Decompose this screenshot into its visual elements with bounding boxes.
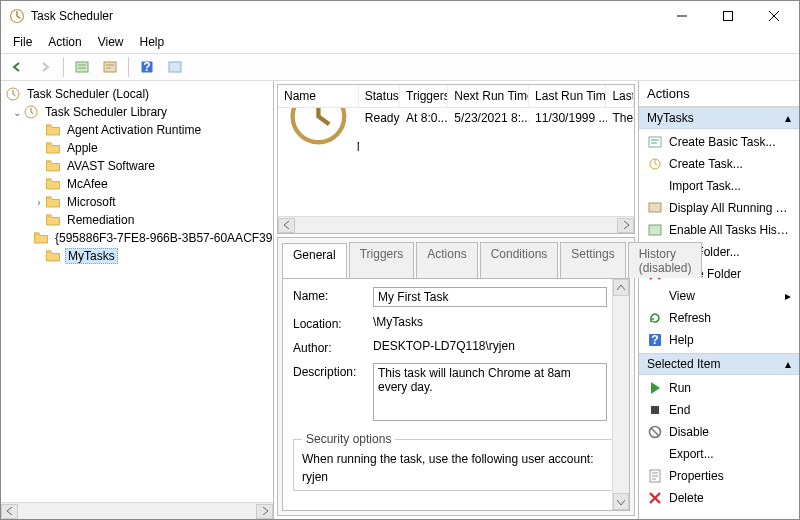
forward-button[interactable] [33, 56, 57, 78]
security-legend: Security options [302, 432, 395, 446]
action-disable[interactable]: Disable [639, 421, 799, 443]
action-create-basic-task[interactable]: Create Basic Task... [639, 131, 799, 153]
list-horizontal-scrollbar[interactable] [278, 216, 634, 233]
action-label: Run [669, 381, 791, 395]
toolbar-action-3[interactable] [163, 56, 187, 78]
back-button[interactable] [5, 56, 29, 78]
author-value: DESKTOP-LD7Q118\ryjen [373, 339, 619, 353]
tab-actions[interactable]: Actions [416, 242, 477, 278]
name-label: Name: [293, 287, 373, 303]
minimize-button[interactable] [659, 1, 705, 31]
menu-action[interactable]: Action [40, 31, 89, 53]
action-end[interactable]: End [639, 399, 799, 421]
action-import-task[interactable]: Import Task... [639, 175, 799, 197]
action-create-task[interactable]: Create Task... [639, 153, 799, 175]
action-help[interactable]: ?Help [639, 329, 799, 351]
action-refresh[interactable]: Refresh [639, 307, 799, 329]
center-panel: NameStatusTriggersNext Run TimeLast Run … [274, 81, 639, 519]
display-icon [647, 200, 663, 216]
collapse-icon[interactable]: ▴ [785, 111, 791, 125]
tree-item[interactable]: Apple [5, 139, 273, 157]
action-export[interactable]: Export... [639, 443, 799, 465]
scroll-right-button[interactable] [617, 218, 634, 233]
scroll-track[interactable] [295, 218, 617, 233]
action-label: Refresh [669, 311, 791, 325]
column-header[interactable]: Name [278, 85, 359, 107]
props-icon [647, 468, 663, 484]
menu-view[interactable]: View [90, 31, 132, 53]
tab-history-disabled-[interactable]: History (disabled) [628, 242, 703, 278]
tree-item[interactable]: MyTasks [5, 247, 273, 265]
tree-item[interactable]: Agent Activation Runtime [5, 121, 273, 139]
tree-horizontal-scrollbar[interactable] [1, 502, 273, 519]
action-delete[interactable]: Delete [639, 487, 799, 509]
name-input[interactable] [373, 287, 607, 307]
scroll-down-button[interactable] [613, 493, 629, 510]
maximize-button[interactable] [705, 1, 751, 31]
tree-item[interactable]: ›Microsoft [5, 193, 273, 211]
table-row[interactable]: My First TaskReadyAt 8:0...5/23/2021 8:.… [278, 108, 634, 128]
description-textarea[interactable] [373, 363, 607, 421]
actions-group-selected[interactable]: Selected Item ▴ [639, 353, 799, 375]
tree-item[interactable]: Remediation [5, 211, 273, 229]
action-display-all-running-ta[interactable]: Display All Running Ta... [639, 197, 799, 219]
tree-item-label: AVAST Software [65, 159, 157, 173]
table-cell: 11/30/1999 ... [529, 111, 606, 125]
detail-vertical-scrollbar[interactable] [612, 279, 629, 510]
tree-item[interactable]: {595886F3-7FE8-966B-3B57-60AACF398 [5, 229, 273, 247]
tree-library[interactable]: ⌄ Task Scheduler Library [5, 103, 273, 121]
security-text: When running the task, use the following… [302, 452, 610, 466]
column-header[interactable]: Status [359, 85, 400, 107]
svg-rect-6 [169, 62, 181, 72]
expand-icon[interactable]: › [33, 197, 45, 208]
task-list: NameStatusTriggersNext Run TimeLast Run … [277, 84, 635, 234]
column-header[interactable]: Next Run Time [448, 85, 529, 107]
wizard-icon [647, 134, 663, 150]
action-enable-all-tasks-history[interactable]: Enable All Tasks History [639, 219, 799, 241]
location-value: \MyTasks [373, 315, 619, 329]
collapse-icon[interactable]: ▴ [785, 357, 791, 371]
menu-help[interactable]: Help [132, 31, 173, 53]
scroll-left-button[interactable] [278, 218, 295, 233]
actions-group-label: MyTasks [647, 111, 694, 125]
svg-rect-16 [651, 406, 659, 414]
help-icon[interactable]: ? [135, 56, 159, 78]
expand-icon[interactable]: ⌄ [11, 107, 23, 118]
toolbar-action-1[interactable] [70, 56, 94, 78]
scroll-right-button[interactable] [256, 504, 273, 519]
column-header[interactable]: Triggers [400, 85, 448, 107]
folder-icon [33, 230, 49, 246]
column-header[interactable]: Last Run Time [529, 85, 606, 107]
action-label: Delete [669, 491, 791, 505]
task-list-header: NameStatusTriggersNext Run TimeLast Run … [278, 85, 634, 108]
tab-settings[interactable]: Settings [560, 242, 625, 278]
clock-icon [23, 104, 39, 120]
scroll-left-button[interactable] [1, 504, 18, 519]
action-properties[interactable]: Properties [639, 465, 799, 487]
table-cell: The t [607, 111, 634, 125]
action-view[interactable]: View▸ [639, 285, 799, 307]
refresh-icon [647, 310, 663, 326]
action-run[interactable]: Run [639, 377, 799, 399]
scroll-up-button[interactable] [613, 279, 629, 296]
column-header[interactable]: Last [606, 85, 634, 107]
detail-tabs: GeneralTriggersActionsConditionsSettings… [278, 238, 634, 278]
tab-triggers[interactable]: Triggers [349, 242, 415, 278]
svg-rect-2 [76, 62, 88, 72]
title-bar: Task Scheduler [1, 1, 799, 31]
toolbar-action-2[interactable] [98, 56, 122, 78]
svg-text:?: ? [143, 60, 150, 74]
task-icon [284, 140, 353, 154]
folder-icon [45, 194, 61, 210]
action-label: Disable [669, 425, 791, 439]
scroll-track[interactable] [18, 504, 256, 519]
tree-item[interactable]: AVAST Software [5, 157, 273, 175]
tab-general[interactable]: General [282, 243, 347, 279]
action-label: Properties [669, 469, 791, 483]
actions-group-mytasks[interactable]: MyTasks ▴ [639, 107, 799, 129]
close-button[interactable] [751, 1, 797, 31]
menu-file[interactable]: File [5, 31, 40, 53]
tree-item[interactable]: McAfee [5, 175, 273, 193]
tree-root[interactable]: Task Scheduler (Local) [5, 85, 273, 103]
tab-conditions[interactable]: Conditions [480, 242, 559, 278]
